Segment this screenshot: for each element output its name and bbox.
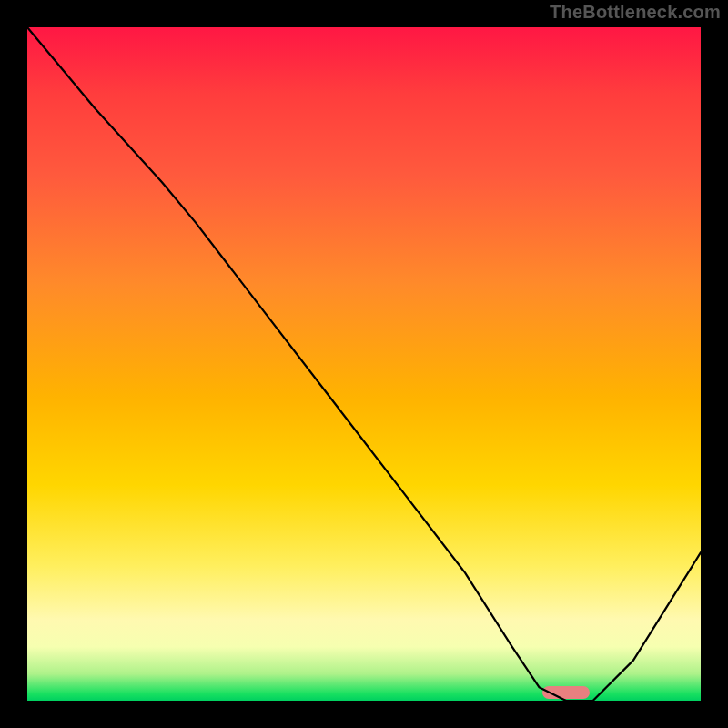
chart-stage: TheBottleneck.com bbox=[0, 0, 728, 728]
bottleneck-curve bbox=[27, 27, 701, 701]
plot-area bbox=[27, 27, 701, 701]
watermark-text: TheBottleneck.com bbox=[550, 2, 721, 23]
